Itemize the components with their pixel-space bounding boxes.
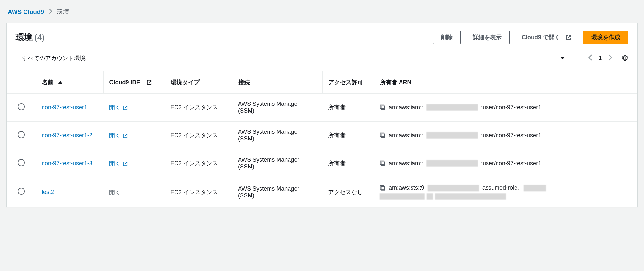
copy-icon[interactable] [380,104,385,110]
svg-rect-4 [381,162,385,166]
open-in-cloud9-button[interactable]: Cloud9 で開く [514,31,579,44]
settings-gear-icon[interactable] [621,54,628,62]
connection-type: AWS Systems Manager (SSM) [232,94,322,122]
environment-name-link[interactable]: non-97-test-user1-2 [42,132,92,139]
pager-next[interactable] [608,54,612,62]
svg-rect-7 [380,185,384,189]
column-header-ide[interactable]: Cloud9 IDE [103,71,165,94]
environment-type: EC2 インスタンス [165,94,232,122]
owner-arn-suffix: assumed-role, [482,185,519,191]
redacted-segment [426,160,478,167]
permission: 所有者 [322,122,374,149]
toolbar: すべてのアカウント環境 1 [7,48,637,71]
create-environment-button[interactable]: 環境を作成 [583,31,628,44]
pager-prev[interactable] [588,54,592,62]
svg-rect-3 [380,133,384,137]
owner-arn: arn:aws:iam:: [389,104,423,111]
open-ide-link[interactable]: 開く [109,132,128,139]
redacted-segment [426,132,478,139]
external-link-icon [566,35,571,40]
external-link-icon [123,133,128,138]
environments-panel: 環境 (4) 削除 詳細を表示 Cloud9 で開く 環境を作成 すべてのアカウ… [6,23,638,207]
header-actions: 削除 詳細を表示 Cloud9 で開く 環境を作成 [433,31,628,44]
page-title: 環境 [16,32,33,43]
permission: アクセスなし [322,177,374,207]
redacted-segment [428,185,479,191]
svg-rect-6 [381,186,385,190]
open-ide-link[interactable]: 開く [109,104,128,111]
svg-rect-0 [381,106,385,110]
panel-header: 環境 (4) 削除 詳細を表示 Cloud9 で開く 環境を作成 [7,23,637,48]
owner-arn-suffix: :user/non-97-test-user1 [481,104,541,111]
owner-arn-suffix: :user/non-97-test-user1 [481,160,541,167]
filter-selected-label: すべてのアカウント環境 [22,54,86,62]
open-ide-link: 開く [109,189,121,195]
breadcrumb-service-link[interactable]: AWS Cloud9 [8,8,44,15]
select-radio[interactable] [18,131,25,138]
environment-type: EC2 インスタンス [165,177,232,207]
select-radio[interactable] [18,159,25,166]
breadcrumb: AWS Cloud9 環境 [6,6,638,23]
delete-button[interactable]: 削除 [433,31,461,44]
connection-type: AWS Systems Manager (SSM) [232,177,322,207]
open-in-cloud9-label: Cloud9 で開く [522,33,560,41]
pager: 1 [588,54,612,62]
open-ide-link[interactable]: 開く [109,160,128,167]
external-link-icon [147,80,152,85]
svg-rect-2 [381,134,385,138]
svg-rect-1 [380,105,384,109]
owner-arn: arn:aws:sts::9 [389,185,424,191]
breadcrumb-current: 環境 [57,8,69,16]
external-link-icon [123,105,128,110]
column-name-label: 名前 [42,78,53,86]
owner-arn: arn:aws:iam:: [389,132,423,139]
title-count: (4) [34,32,45,42]
environment-name-link[interactable]: non-97-test-user1-3 [42,160,92,167]
redacted-segment [426,104,478,111]
redacted-segment [524,185,546,191]
permission: 所有者 [322,94,374,122]
filter-wrapper: すべてのアカウント環境 [16,51,579,65]
view-details-button[interactable]: 詳細を表示 [465,31,510,44]
connection-type: AWS Systems Manager (SSM) [232,149,322,177]
pager-current: 1 [599,55,602,62]
column-header-owner-arn[interactable]: 所有者 ARN [374,71,637,94]
table-row: non-97-test-user1開くEC2 インスタンスAWS Systems… [7,94,637,122]
environment-type: EC2 インスタンス [165,122,232,149]
environments-table: 名前 Cloud9 IDE 環境タイプ 接続 アクセス許可 所有者 ARN no… [7,71,637,207]
external-link-icon [123,161,128,166]
environment-name-link[interactable]: non-97-test-user1 [42,104,87,111]
copy-icon[interactable] [380,185,385,191]
environment-type: EC2 インスタンス [165,149,232,177]
chevron-right-icon [49,9,52,15]
column-header-type[interactable]: 環境タイプ [165,71,232,94]
table-row: non-97-test-user1-2開くEC2 インスタンスAWS Syste… [7,122,637,149]
column-header-permission[interactable]: アクセス許可 [322,71,374,94]
select-radio[interactable] [18,188,25,195]
column-header-name[interactable]: 名前 [36,71,103,94]
environment-name-link[interactable]: test2 [42,189,54,195]
select-radio[interactable] [18,103,25,110]
table-row: non-97-test-user1-3開くEC2 インスタンスAWS Syste… [7,149,637,177]
column-ide-label: Cloud9 IDE [109,79,140,86]
caret-down-icon [560,57,565,59]
column-header-connection[interactable]: 接続 [232,71,322,94]
filter-select[interactable]: すべてのアカウント環境 [16,51,579,65]
copy-icon[interactable] [380,160,385,166]
owner-arn: arn:aws:iam:: [389,160,423,167]
copy-icon[interactable] [380,132,385,138]
sort-ascending-icon [58,81,62,84]
connection-type: AWS Systems Manager (SSM) [232,122,322,149]
table-row: test2開くEC2 インスタンスAWS Systems Manager (SS… [7,177,637,207]
svg-rect-5 [380,161,384,165]
owner-arn-suffix: :user/non-97-test-user1 [481,132,541,139]
permission: 所有者 [322,149,374,177]
